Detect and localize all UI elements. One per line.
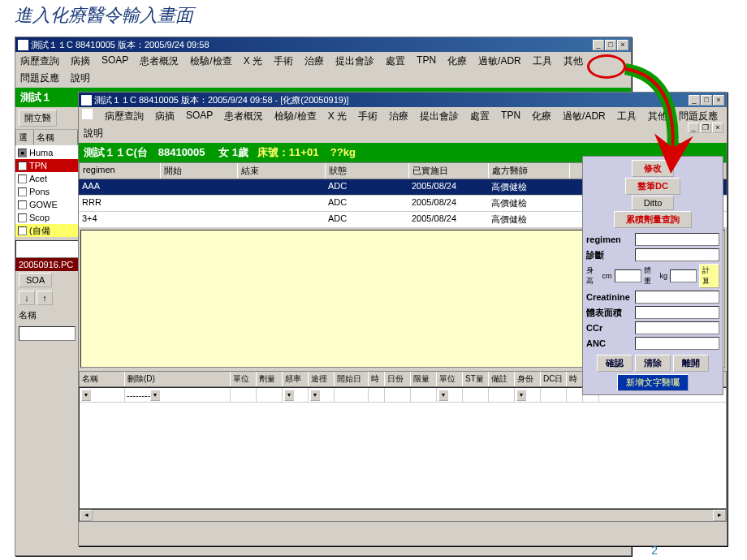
order-col-header[interactable]: 單位	[231, 372, 257, 386]
menu-病歷查詢[interactable]: 病歷查詢	[19, 54, 61, 69]
checkbox[interactable]	[18, 200, 27, 209]
menu-病摘[interactable]: 病摘	[153, 109, 176, 124]
calc-button[interactable]: 計算	[699, 264, 719, 288]
menu-化療[interactable]: 化療	[530, 109, 553, 124]
height-input[interactable]	[615, 269, 641, 282]
order-col-header[interactable]: 途徑	[309, 372, 335, 386]
list-item[interactable]: GOWE	[15, 198, 79, 211]
mdi-close[interactable]: ×	[712, 123, 723, 133]
arrow-up-button[interactable]: ↑	[37, 291, 53, 305]
tab-open-order[interactable]: 開立醫	[19, 110, 57, 127]
order-col-header[interactable]: 日份	[385, 372, 411, 386]
checkbox[interactable]: ■	[18, 149, 27, 157]
close-button[interactable]: ×	[617, 40, 628, 50]
maximize-button[interactable]: □	[605, 40, 616, 50]
confirm-button[interactable]: 確認	[597, 355, 633, 372]
list-item[interactable]: Pons	[15, 185, 79, 198]
maximize-button[interactable]: □	[701, 95, 712, 106]
order-col-header[interactable]: 身份	[515, 372, 541, 386]
dc-all-button[interactable]: 整筆DC	[625, 178, 680, 195]
menu-檢驗/檢查[interactable]: 檢驗/檢查	[273, 109, 317, 124]
menu-TPN[interactable]: TPN	[499, 109, 522, 124]
dropdown-icon[interactable]: ▾	[310, 390, 320, 401]
menu-治療[interactable]: 治療	[303, 54, 326, 69]
list-item[interactable]: Scop	[15, 211, 79, 224]
regimen-input[interactable]	[635, 233, 719, 246]
order-col-header[interactable]: 劑量	[257, 372, 283, 386]
scroll-right-button[interactable]: ▸	[713, 510, 726, 521]
horizontal-scrollbar[interactable]: ◂ ▸	[79, 509, 727, 522]
checkbox[interactable]	[18, 174, 27, 183]
name-input[interactable]	[19, 326, 76, 341]
soa-button[interactable]: SOA	[19, 273, 52, 287]
menu-問題反應[interactable]: 問題反應	[19, 71, 61, 86]
order-col-header[interactable]: 限量	[411, 372, 437, 386]
order-col-header[interactable]: DC日	[541, 372, 567, 386]
col-header[interactable]: 已實施日	[409, 163, 489, 179]
mdi-minimize[interactable]: _	[688, 123, 699, 133]
bsa-input[interactable]	[635, 306, 719, 319]
menu-過敏/ADR[interactable]: 過敏/ADR	[561, 109, 607, 124]
menu-工具[interactable]: 工具	[615, 109, 638, 124]
dropdown-icon[interactable]: ▾	[516, 390, 526, 401]
menu-其他[interactable]: 其他	[562, 54, 585, 69]
menu-SOAP[interactable]: SOAP	[100, 54, 130, 69]
order-col-header[interactable]: 時	[369, 372, 385, 386]
order-col-header[interactable]: ST量	[463, 372, 489, 386]
menu-說明[interactable]: 說明	[69, 71, 92, 86]
menu-手術[interactable]: 手術	[356, 109, 379, 124]
order-col-header[interactable]: 頻率	[283, 372, 309, 386]
checkbox[interactable]	[18, 213, 27, 222]
arrow-down-button[interactable]: ↓	[19, 291, 35, 305]
dropdown-icon[interactable]: ▾	[81, 390, 91, 401]
col-header[interactable]: 開始	[161, 163, 238, 179]
order-col-header[interactable]: 備註	[489, 372, 515, 386]
clear-button[interactable]: 清除	[635, 355, 671, 372]
checkbox[interactable]	[18, 226, 27, 235]
menu-治療[interactable]: 治療	[387, 109, 410, 124]
ccr-input[interactable]	[635, 321, 719, 334]
menu-手術[interactable]: 手術	[272, 54, 295, 69]
diagnosis-input[interactable]	[635, 248, 719, 261]
weight-input[interactable]	[670, 269, 697, 282]
menu-TPN[interactable]: TPN	[415, 54, 438, 69]
order-col-header[interactable]: 名稱	[80, 372, 125, 386]
menu-其他[interactable]: 其他	[646, 109, 669, 124]
dropdown-icon[interactable]: ▾	[284, 390, 294, 401]
scroll-left-button[interactable]: ◂	[80, 510, 93, 521]
menu-患者概況[interactable]: 患者概況	[138, 54, 180, 69]
menu-患者概況[interactable]: 患者概況	[222, 109, 265, 124]
exit-button[interactable]: 離開	[673, 355, 709, 372]
close-button[interactable]: ×	[713, 95, 724, 106]
menu-X 光[interactable]: X 光	[326, 109, 348, 124]
menu-過敏/ADR[interactable]: 過敏/ADR	[477, 54, 523, 69]
menu-提出會診[interactable]: 提出會診	[334, 54, 376, 69]
order-col-header[interactable]: 刪除(D)	[125, 372, 231, 386]
menu-說明[interactable]: 說明	[82, 126, 105, 141]
order-col-header[interactable]: 單位	[437, 372, 463, 386]
minimize-button[interactable]: _	[593, 40, 604, 50]
col-header[interactable]: 結束	[238, 163, 326, 179]
menu-處置[interactable]: 處置	[468, 109, 491, 124]
menu-SOAP[interactable]: SOAP	[184, 109, 214, 124]
list-item[interactable]: ■Huma	[15, 146, 79, 159]
list-item[interactable]: Acet	[15, 172, 79, 185]
checkbox[interactable]	[18, 162, 27, 170]
order-grid-body[interactable]: ▾ --------▾ ▾ ▾ ▾ ▾	[79, 387, 727, 509]
minimize-button[interactable]: _	[689, 95, 700, 106]
menu-病歷查詢[interactable]: 病歷查詢	[103, 109, 145, 124]
list-item[interactable]: TPN	[15, 159, 79, 172]
col-header[interactable]: 狀態	[326, 163, 409, 179]
mdi-restore[interactable]: ❐	[700, 123, 711, 133]
menu-X 光[interactable]: X 光	[242, 54, 264, 69]
dropdown-icon[interactable]: ▾	[150, 390, 160, 401]
col-header[interactable]: 處方醫師	[489, 163, 570, 179]
ditto-button[interactable]: Ditto	[632, 196, 675, 210]
menu-檢驗/檢查[interactable]: 檢驗/檢查	[188, 54, 233, 69]
menu-化療[interactable]: 化療	[446, 54, 468, 69]
menu-工具[interactable]: 工具	[531, 54, 554, 69]
col-header[interactable]: regimen	[80, 163, 161, 179]
checkbox[interactable]	[18, 187, 27, 196]
menu-病摘[interactable]: 病摘	[69, 54, 92, 69]
modify-button[interactable]: 修改	[632, 160, 674, 177]
